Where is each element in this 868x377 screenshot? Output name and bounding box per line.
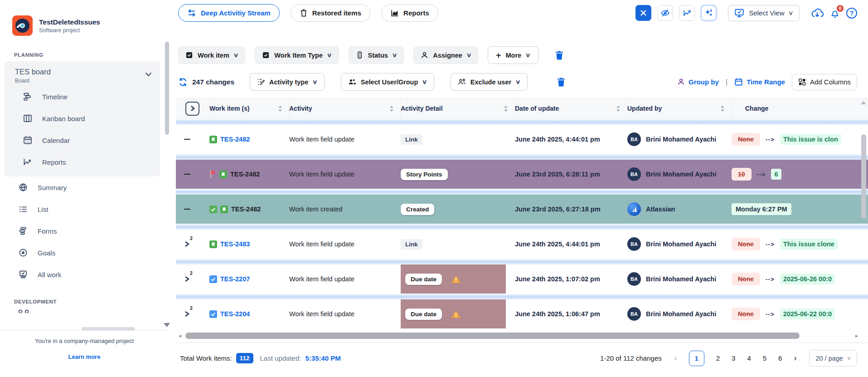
add-columns-button[interactable]: Add Columns bbox=[792, 74, 857, 90]
scroll-left-icon[interactable]: ◂ bbox=[179, 333, 181, 338]
column-header-date-of-update[interactable]: Date of update bbox=[515, 98, 627, 118]
column-header-work-item[interactable]: Work item (s) bbox=[209, 98, 289, 118]
table-row[interactable]: TES-2482 Work item field update Link Jun… bbox=[176, 125, 868, 154]
activity-type-filter[interactable]: Activity type ∨ bbox=[250, 73, 325, 91]
sidebar-item-timeline[interactable]: Timeline bbox=[5, 86, 160, 108]
board-header[interactable]: TES board Board bbox=[5, 66, 160, 86]
sidebar-item-reports[interactable]: Reports bbox=[5, 151, 160, 173]
work-item-link[interactable]: TES-2207 bbox=[220, 275, 250, 283]
hscroll-track[interactable] bbox=[184, 333, 852, 339]
page-size-select[interactable]: 20 / page ∨ bbox=[809, 350, 857, 367]
group-by-button[interactable]: Group by bbox=[677, 78, 719, 86]
sidebar-scrollbar[interactable] bbox=[165, 40, 169, 330]
work-item-link[interactable]: TES-2483 bbox=[220, 240, 250, 248]
scroll-up-icon[interactable] bbox=[861, 101, 866, 104]
flag-icon bbox=[209, 170, 216, 178]
horizontal-scroll-thumb[interactable] bbox=[185, 333, 800, 339]
sidebar-item-list[interactable]: List bbox=[0, 198, 172, 220]
select-user-group-filter[interactable]: Select User/Group ∨ bbox=[341, 73, 434, 91]
updater-name: Brini Mohamed Ayachi bbox=[646, 310, 716, 318]
expand-button[interactable]: 2 bbox=[184, 240, 190, 248]
help-button[interactable]: ? bbox=[846, 8, 857, 19]
change-arrow: --> bbox=[766, 311, 775, 318]
clear-activity-filters-button[interactable] bbox=[557, 77, 566, 87]
sort-icon[interactable] bbox=[389, 105, 394, 112]
work-item-type-filter[interactable]: Work Item Type ∨ bbox=[255, 46, 339, 64]
sidebar-item-summary[interactable]: Summary bbox=[0, 176, 172, 198]
page-2-button[interactable]: 2 bbox=[716, 354, 720, 362]
analytics-button[interactable] bbox=[679, 5, 695, 21]
notifications-button[interactable]: 0 bbox=[829, 8, 840, 19]
sort-icon[interactable] bbox=[720, 105, 725, 112]
table-row[interactable]: TES-2482 Work item created Created June … bbox=[176, 195, 868, 224]
sidebar-item-all-work[interactable]: All work bbox=[0, 264, 172, 285]
sidebar-item-calendar[interactable]: Calendar bbox=[5, 129, 160, 151]
sort-icon[interactable] bbox=[504, 105, 508, 112]
expand-all-button[interactable] bbox=[185, 102, 199, 116]
time-range-button[interactable]: Time Range bbox=[734, 78, 785, 86]
sidebar: TestDeletedIssues Software project PLANN… bbox=[0, 0, 172, 377]
close-button[interactable] bbox=[635, 5, 651, 21]
page-5-button[interactable]: 5 bbox=[763, 354, 766, 362]
detail-badge: Created bbox=[401, 204, 434, 215]
assignee-filter[interactable]: Assignee ∨ bbox=[413, 46, 478, 64]
work-item-link[interactable]: TES-2482 bbox=[220, 136, 250, 143]
hide-button[interactable] bbox=[657, 5, 673, 21]
sidebar-scroll-thumb[interactable] bbox=[165, 42, 169, 135]
table-horizontal-scrollbar[interactable]: ◂ ▸ bbox=[179, 332, 858, 339]
project-header[interactable]: TestDeletedIssues Software project bbox=[0, 0, 172, 36]
more-filters-button[interactable]: + More ∨ bbox=[488, 46, 538, 64]
deep-activity-stream-button[interactable]: Deep Activitiy Stream bbox=[178, 4, 280, 22]
chevron-right-icon bbox=[184, 275, 190, 283]
row-separator bbox=[176, 189, 868, 195]
work-item-link[interactable]: TES-2482 bbox=[230, 171, 260, 178]
next-page-button[interactable]: › bbox=[794, 353, 796, 363]
reports-button[interactable]: Reports bbox=[381, 4, 438, 22]
column-header-activity-detail[interactable]: Activity Detail bbox=[401, 98, 515, 118]
collapse-icon[interactable] bbox=[184, 209, 190, 210]
ai-button[interactable] bbox=[701, 5, 717, 21]
table-row[interactable]: 2 TES-2204 Work item field update Due da… bbox=[176, 299, 868, 328]
status-filter[interactable]: Status ∨ bbox=[349, 46, 404, 64]
collapse-icon[interactable] bbox=[184, 139, 190, 140]
sidebar-item-forms[interactable]: Forms bbox=[0, 220, 172, 242]
learn-more-link[interactable]: Learn more bbox=[0, 353, 169, 360]
eye-off-icon bbox=[660, 8, 670, 18]
status-icon bbox=[356, 51, 364, 59]
vertical-scroll-thumb[interactable] bbox=[861, 134, 866, 219]
page-4-button[interactable]: 4 bbox=[747, 354, 751, 362]
column-header-updated-by[interactable]: Updated by bbox=[627, 98, 732, 118]
select-view-button[interactable]: Select View ∨ bbox=[728, 5, 800, 21]
previous-page-button[interactable]: ‹ bbox=[674, 353, 677, 363]
sort-icon[interactable] bbox=[278, 105, 282, 112]
work-item-link[interactable]: TES-2482 bbox=[231, 206, 261, 213]
sidebar-item-kanban-board[interactable]: Kanban board bbox=[5, 108, 160, 129]
export-button[interactable] bbox=[811, 7, 824, 19]
page-size-value: 20 / page bbox=[815, 355, 843, 362]
table-row[interactable]: 2 TES-2483 Work item field update Link J… bbox=[176, 230, 868, 259]
sort-icon[interactable] bbox=[616, 105, 621, 112]
sidebar-item-goals[interactable]: Goals bbox=[0, 242, 172, 264]
work-item-filter[interactable]: Work item ∨ bbox=[178, 46, 245, 64]
updater-name: Brini Mohamed Ayachi bbox=[646, 240, 716, 248]
column-header-change[interactable]: Change bbox=[732, 98, 868, 118]
table-vertical-scrollbar[interactable] bbox=[860, 99, 867, 340]
table-row[interactable]: TES-2482 Work item field update Story Po… bbox=[176, 160, 868, 189]
exclude-user-filter[interactable]: Exclude user ∨ bbox=[451, 73, 528, 91]
work-item-link[interactable]: TES-2204 bbox=[220, 310, 250, 318]
refresh-icon[interactable] bbox=[178, 77, 188, 87]
page-6-button[interactable]: 6 bbox=[778, 354, 782, 362]
table-row[interactable]: 2 TES-2207 Work item field update Due da… bbox=[176, 264, 868, 294]
page-1-button[interactable]: 1 bbox=[689, 351, 704, 366]
sidebar-hscroll-thumb[interactable] bbox=[82, 327, 135, 330]
chevron-down-icon[interactable] bbox=[145, 72, 152, 77]
page-3-button[interactable]: 3 bbox=[732, 354, 735, 362]
column-header-activity[interactable]: Activity bbox=[289, 98, 401, 118]
expand-button[interactable]: 2 bbox=[184, 310, 190, 318]
collapse-icon[interactable] bbox=[184, 174, 190, 175]
clear-filters-button[interactable] bbox=[555, 50, 564, 60]
scroll-right-icon[interactable]: ▸ bbox=[855, 333, 858, 338]
expand-button[interactable]: 2 bbox=[184, 275, 190, 283]
old-value-chip: None bbox=[732, 133, 760, 146]
restored-items-button[interactable]: Restored items bbox=[291, 4, 370, 22]
